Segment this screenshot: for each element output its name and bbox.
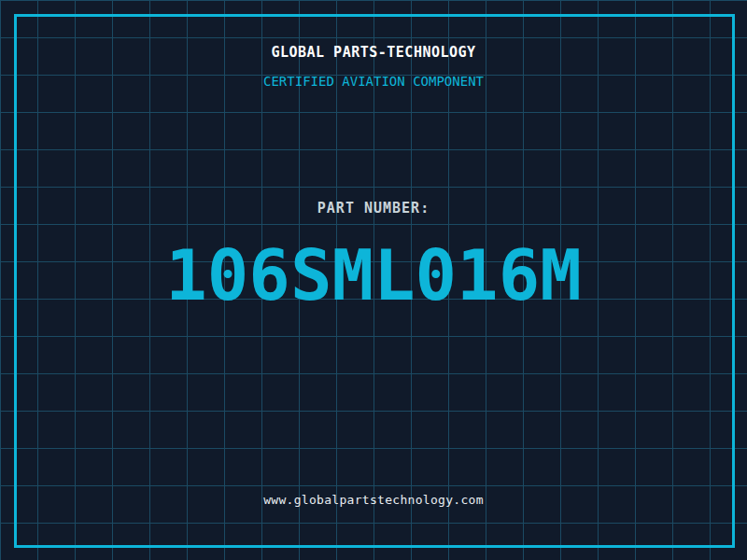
website-url: www.globalpartstechnology.com xyxy=(0,494,747,506)
company-title: GLOBAL PARTS-TECHNOLOGY xyxy=(0,46,747,60)
part-number-value: 106SML016M xyxy=(0,241,747,310)
blueprint-page: { "header": { "title": "GLOBAL PARTS-TEC… xyxy=(0,0,747,560)
part-number-label: PART NUMBER: xyxy=(0,202,747,216)
certification-label: CERTIFIED AVIATION COMPONENT xyxy=(0,75,747,88)
